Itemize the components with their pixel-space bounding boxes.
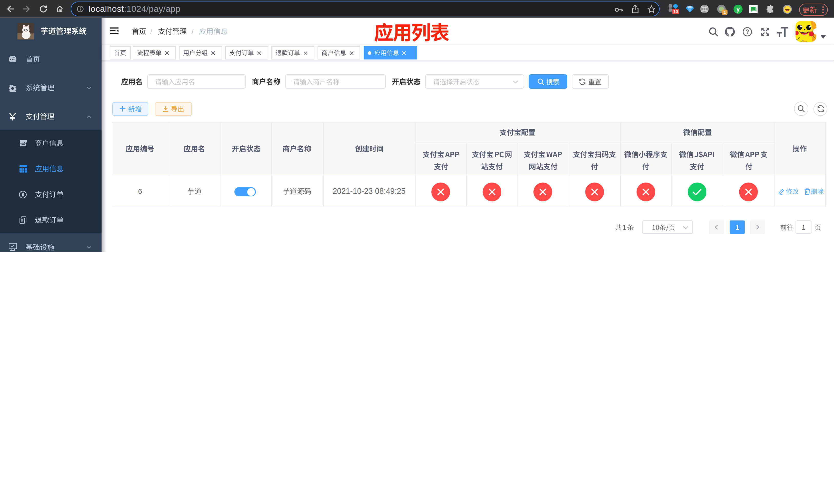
svg-text:y: y — [736, 6, 740, 12]
svg-text:?: ? — [746, 28, 749, 35]
svg-text:10: 10 — [674, 9, 678, 14]
svg-text:1: 1 — [723, 10, 725, 15]
